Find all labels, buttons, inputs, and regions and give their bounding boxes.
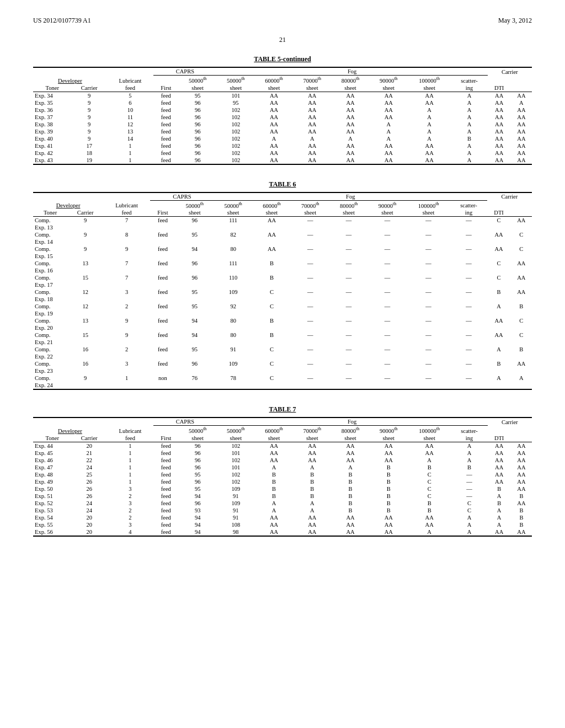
carrier-val: 2	[103, 346, 150, 353]
first-val: 96	[179, 457, 217, 464]
table-row: Exp. 41 17 1 feed 96 102 AA AA AA AA AA …	[33, 142, 532, 149]
carrier-header: Carrier	[488, 67, 532, 76]
f50-val: AA	[253, 231, 291, 238]
carrier-val: 1	[107, 442, 153, 449]
f100-val: —	[451, 471, 488, 478]
row-label1: Comp.	[33, 260, 67, 267]
t6-toner-col: Toner	[33, 209, 67, 217]
feed-val: feed	[153, 507, 178, 514]
f90-val: AA	[408, 449, 451, 457]
first-val: 96	[179, 149, 217, 157]
feed-val: feed	[153, 149, 178, 157]
t6-sheet-80: sheet	[329, 209, 368, 217]
caprs-val: 108	[217, 521, 255, 528]
feed-val: feed	[153, 521, 178, 528]
table-row-sub: Exp. 24	[33, 382, 532, 389]
f100-val: —	[450, 303, 487, 310]
table6-title: TABLE 6	[33, 180, 532, 189]
f100-val: —	[450, 346, 487, 353]
f100-val: A	[451, 106, 488, 114]
f70-val: AA	[331, 106, 369, 114]
t7-lubricant-sub: Lubricant	[107, 426, 153, 435]
f60-val: —	[291, 245, 329, 253]
carrier-val: 9	[103, 317, 150, 324]
dti-val: B	[511, 521, 532, 528]
f50-val: AA	[255, 121, 293, 128]
carrier-val: 1	[103, 374, 150, 382]
feed-val: feed	[153, 142, 178, 149]
first-val: 93	[179, 507, 217, 514]
table7-section: TABLE 7 CAPRS Fog Carrier Developer Lubr…	[33, 405, 532, 537]
t7-fog-80k: 80000th	[331, 426, 369, 435]
f70-val: —	[329, 274, 368, 281]
feed-val: feed	[150, 217, 175, 224]
first-val: 96	[179, 442, 217, 449]
f50-val: AA	[255, 528, 293, 536]
f50-val: AA	[255, 457, 293, 464]
carrier-val: 1	[107, 149, 153, 157]
f100-val: —	[450, 231, 487, 238]
toner-val: 16	[67, 346, 103, 353]
table-row-sub: Exp. 20	[33, 324, 532, 331]
t6-sheet-70: sheet	[291, 209, 329, 217]
f100-val: A	[451, 528, 488, 536]
f80-val: —	[368, 331, 407, 339]
row-label1: Comp.	[33, 231, 67, 238]
toner-val: 22	[72, 457, 107, 464]
toner-val: 9	[67, 217, 103, 224]
first-val: 96	[179, 128, 217, 135]
f100-val: A	[451, 92, 488, 99]
t7-toner-col: Toner	[33, 435, 72, 442]
t7-fog-100k: 100000th	[408, 426, 451, 435]
sheet-label-50b: sheet	[217, 84, 255, 92]
row-label2: Exp. 20	[33, 324, 532, 331]
dti-val: AA	[511, 471, 532, 478]
dti-val: A	[511, 99, 532, 106]
first-val: 96	[175, 260, 214, 267]
feed-val: feed	[153, 457, 178, 464]
sheet-label-60: sheet	[255, 84, 293, 92]
first-val: 96	[179, 157, 217, 164]
toner-val: 9	[72, 106, 107, 114]
scatter-val: AA	[488, 142, 511, 149]
caprs-val: 78	[214, 374, 253, 382]
t6-fog-100k: 100000th	[407, 200, 450, 209]
f100-val: A	[451, 99, 488, 106]
f70-val: AA	[331, 157, 369, 164]
carrier-val: 12	[107, 121, 153, 128]
table-row: Exp. 55 20 3 feed 94 108 AA AA AA AA AA …	[33, 521, 532, 528]
toner-val: 12	[67, 288, 103, 296]
scatter-val: AA	[488, 442, 511, 449]
f80-val: —	[368, 260, 407, 267]
dti-val: B	[510, 303, 532, 310]
first-val: 96	[175, 360, 214, 367]
table6: CAPRS Fog Carrier Developer Lubricant 50…	[33, 192, 532, 390]
dti-header-empty	[488, 76, 511, 84]
first-val: 94	[179, 521, 217, 528]
f70-val: AA	[331, 457, 369, 464]
t6-carrier-col: Carrier	[67, 209, 103, 217]
sheet-label-70: sheet	[293, 84, 331, 92]
t6-feed-col: feed	[103, 209, 150, 217]
f60-val: —	[291, 360, 329, 367]
first-val: 96	[179, 449, 217, 457]
row-label: Exp. 47	[33, 464, 72, 471]
first-val: 96	[179, 99, 217, 106]
f60-val: B	[293, 485, 331, 493]
t6-sheet-60: sheet	[253, 209, 291, 217]
lubricant-sub-header: Lubricant	[107, 76, 153, 84]
toner-val: 16	[67, 360, 103, 367]
f90-val: C	[408, 485, 451, 493]
caprs-val: 102	[217, 442, 255, 449]
t7-fog-50k: 50000th	[179, 426, 217, 435]
f90-val: A	[408, 135, 451, 142]
scatter-val: AA	[488, 99, 511, 106]
row-label1: Comp.	[33, 346, 67, 353]
f60-val: B	[293, 478, 331, 485]
f70-val: AA	[331, 521, 369, 528]
f80-val: AA	[370, 457, 408, 464]
scatter-val: C	[487, 217, 511, 224]
dti-val: AA	[511, 478, 532, 485]
f70-val: —	[329, 245, 368, 253]
scatter-val: A	[488, 521, 511, 528]
